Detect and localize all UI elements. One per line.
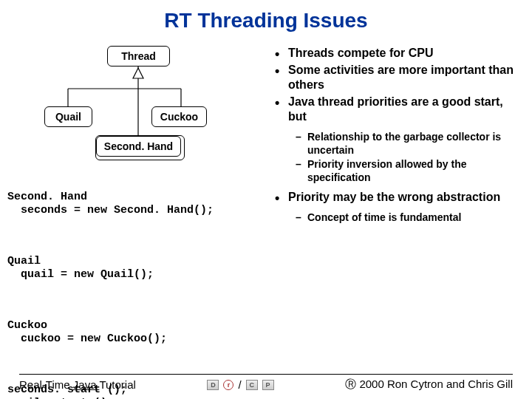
- code-quail: Quail quail = new Quail();: [7, 255, 259, 283]
- footer-left: Real-Time Java Tutorial: [19, 378, 136, 391]
- footer-left-prefix: Real-Time: [19, 378, 73, 391]
- logo-r-icon: r: [223, 380, 233, 390]
- logo-p-icon: P: [262, 380, 274, 390]
- logo-slash: /: [238, 378, 241, 391]
- code-secondhand: Second. Hand seconds = new Second. Hand(…: [7, 191, 259, 219]
- subbullet-inversion: Priority inversion allowed by the specif…: [265, 158, 516, 184]
- subbullet-gc: Relationship to the garbage collector is…: [265, 131, 516, 157]
- footer-left-suffix: Tutorial: [99, 378, 135, 391]
- diagram-box-cuckoo: Cuckoo: [151, 106, 207, 127]
- right-column: Threads compete for CPU Some activities …: [265, 46, 516, 399]
- diagram-box-quail: Quail: [44, 106, 92, 127]
- slide-content: Thread Quail Cuckoo Second. Hand Second.…: [0, 33, 532, 399]
- svg-marker-1: [133, 68, 143, 78]
- slide-footer: Real-Time Java Tutorial D r / C P Ⓡ 2000…: [0, 374, 532, 392]
- logo-d-icon: D: [207, 380, 219, 390]
- code-cuckoo: Cuckoo cuckoo = new Cuckoo();: [7, 319, 259, 347]
- bullet-abstraction: Priority may be the wrong abstraction: [265, 190, 516, 205]
- bullet-compete: Threads compete for CPU: [265, 46, 516, 61]
- footer-copyright: Ⓡ 2000 Ron Cytron and Chris Gill: [345, 378, 513, 392]
- left-column: Thread Quail Cuckoo Second. Hand Second.…: [7, 46, 259, 399]
- bullet-priorities: Java thread priorities are a good start,…: [265, 95, 516, 124]
- bullet-list: Threads compete for CPU Some activities …: [265, 46, 516, 225]
- slide-title: RT Threading Issues: [0, 0, 532, 33]
- class-diagram: Thread Quail Cuckoo Second. Hand: [22, 46, 251, 157]
- code-block: Second. Hand seconds = new Second. Hand(…: [7, 163, 259, 399]
- footer-logo: D r / C P: [136, 378, 345, 391]
- subbullet-time: Concept of time is fundamental: [265, 211, 516, 225]
- logo-c-icon: C: [246, 380, 258, 390]
- diagram-box-secondhand: Second. Hand: [96, 136, 181, 157]
- footer-rule: [19, 374, 513, 375]
- diagram-box-thread: Thread: [107, 46, 170, 66]
- footer-left-underline: Java: [73, 378, 100, 391]
- bullet-important: Some activities are more important than …: [265, 63, 516, 92]
